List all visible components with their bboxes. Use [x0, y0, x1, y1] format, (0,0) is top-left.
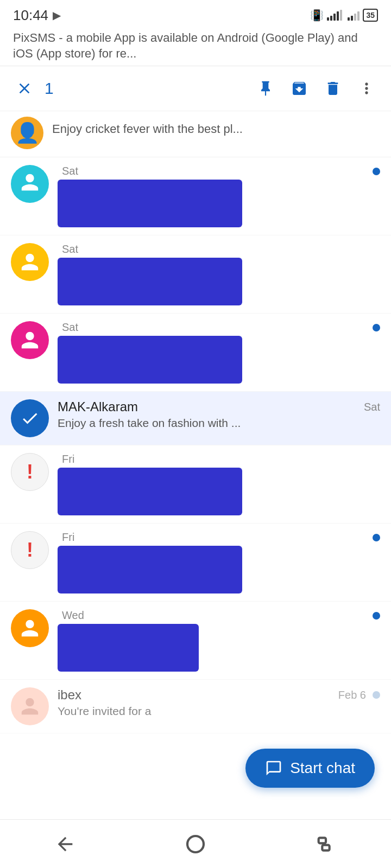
avatar: ! [11, 453, 49, 491]
unread-dot [373, 612, 380, 620]
list-item[interactable]: ! Fri [0, 445, 391, 524]
avatar [11, 687, 49, 725]
status-time: 10:44 ▶ [13, 7, 61, 24]
toolbar: 1 [0, 66, 391, 111]
message-header: MAK-Alkaram Sat [58, 399, 380, 414]
avatar [11, 243, 49, 281]
message-header: Wed [58, 609, 380, 622]
message-content: Sat [58, 243, 380, 305]
selection-count: 1 [45, 79, 54, 98]
bottom-nav [0, 819, 391, 868]
avatar [11, 165, 49, 203]
partial-text: Enjoy cricket fever with the best pl... [52, 117, 243, 138]
nav-recents-button[interactable] [304, 822, 348, 866]
status-bar: 10:44 ▶ 📳 35 [0, 0, 391, 28]
avatar [11, 399, 49, 437]
list-item[interactable]: Sat [0, 157, 391, 235]
status-icons: 📳 35 [310, 9, 378, 22]
message-content: Sat [58, 165, 380, 227]
unread-dot [373, 168, 380, 175]
unread-dot [373, 324, 380, 331]
svg-point-0 [187, 836, 204, 852]
signal-bars [327, 10, 342, 21]
message-preview-block [58, 624, 199, 672]
battery-indicator: 35 [363, 9, 378, 22]
list-item[interactable]: ibex Feb 6 You're invited for a [0, 680, 391, 733]
message-preview-block [58, 180, 242, 227]
message-header: Fri [58, 453, 380, 465]
vibrate-icon: 📳 [310, 9, 324, 22]
sender-name: MAK-Alkaram [58, 399, 138, 414]
avatar [11, 609, 49, 647]
signal-bars-2 [348, 10, 360, 21]
archive-button[interactable] [286, 75, 313, 102]
message-header: Sat [58, 243, 380, 256]
svg-rect-2 [322, 845, 329, 850]
message-header: Sat [58, 321, 380, 334]
unread-dot [373, 691, 380, 699]
message-header: Sat [58, 165, 380, 177]
message-header: ibex Feb 6 [58, 687, 380, 703]
person-icon [20, 172, 40, 196]
delete-button[interactable] [319, 75, 346, 102]
message-content: Fri [58, 453, 380, 515]
list-item[interactable]: MAK-Alkaram Sat Enjoy a fresh take on fa… [0, 392, 391, 445]
message-preview-block [58, 336, 242, 384]
nav-home-button[interactable] [174, 822, 217, 866]
message-preview-text: You're invited for a [58, 705, 380, 718]
start-chat-button[interactable]: Start chat [245, 749, 375, 788]
message-header: Fri [58, 531, 380, 544]
warning-icon: ! [27, 461, 33, 483]
message-preview-block [58, 258, 242, 305]
message-content: Sat [58, 321, 380, 384]
avatar: 👤 [11, 117, 43, 149]
partial-top-item[interactable]: 👤 Enjoy cricket fever with the best pl..… [0, 111, 391, 157]
list-item[interactable]: Sat [0, 235, 391, 314]
nav-back-button[interactable] [43, 822, 87, 866]
avatar: ! [11, 531, 49, 569]
more-button[interactable] [353, 75, 380, 102]
start-chat-label: Start chat [290, 760, 355, 777]
play-icon: ▶ [53, 9, 61, 22]
message-preview-block [58, 468, 242, 515]
notification-strip: PixSMS - a mobile App is available on An… [0, 28, 391, 66]
message-content: Wed [58, 609, 380, 672]
list-item[interactable]: Sat [0, 314, 391, 392]
message-content: ibex Feb 6 You're invited for a [58, 687, 380, 718]
message-preview-text: Enjoy a fresh take on fashion with ... [58, 417, 380, 430]
close-button[interactable] [11, 75, 38, 102]
avatar [11, 321, 49, 359]
pin-button[interactable] [252, 75, 279, 102]
unread-dot [373, 534, 380, 541]
warning-icon: ! [27, 539, 33, 561]
message-content: Fri [58, 531, 380, 593]
svg-rect-1 [319, 838, 326, 843]
message-preview-block [58, 546, 242, 593]
message-list: 👤 Enjoy cricket fever with the best pl..… [0, 111, 391, 733]
chat-icon [265, 760, 282, 777]
list-item[interactable]: Wed [0, 602, 391, 680]
sender-name: ibex [58, 687, 81, 703]
person-icon: 👤 [15, 123, 40, 143]
list-item[interactable]: ! Fri [0, 524, 391, 602]
message-content: MAK-Alkaram Sat Enjoy a fresh take on fa… [58, 399, 380, 430]
